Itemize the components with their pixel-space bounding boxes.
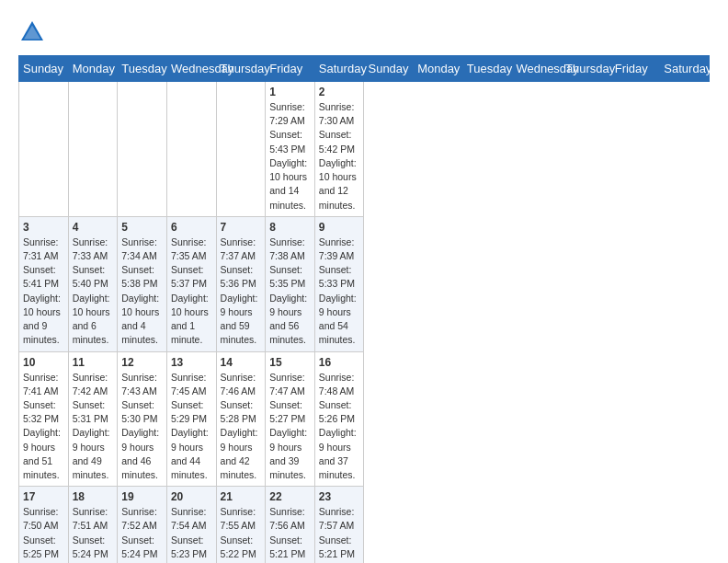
- col-header-thursday: Thursday: [216, 56, 266, 82]
- day-number: 9: [319, 221, 360, 234]
- day-number: 17: [23, 490, 64, 503]
- day-number: 3: [23, 221, 64, 234]
- day-info: Sunrise: 7:52 AMSunset: 5:24 PMDaylight:…: [121, 505, 163, 563]
- day-info: Sunrise: 7:38 AMSunset: 5:35 PMDaylight:…: [269, 236, 311, 348]
- calendar-table: SundayMondayTuesdayWednesdayThursdayFrid…: [18, 55, 710, 563]
- calendar-cell: 7Sunrise: 7:37 AMSunset: 5:36 PMDaylight…: [216, 216, 266, 351]
- day-number: 16: [319, 356, 360, 369]
- day-info: Sunrise: 7:42 AMSunset: 5:31 PMDaylight:…: [73, 371, 114, 483]
- calendar-cell: 5Sunrise: 7:34 AMSunset: 5:38 PMDaylight…: [118, 216, 167, 351]
- logo-icon: [18, 18, 46, 46]
- col-header-thursday: Thursday: [562, 56, 611, 82]
- day-info: Sunrise: 7:48 AMSunset: 5:26 PMDaylight:…: [319, 371, 360, 483]
- calendar-cell: 21Sunrise: 7:55 AMSunset: 5:22 PMDayligh…: [216, 487, 266, 563]
- calendar-cell: 9Sunrise: 7:39 AMSunset: 5:33 PMDaylight…: [314, 216, 364, 351]
- page-header: [18, 18, 710, 46]
- day-info: Sunrise: 7:29 AMSunset: 5:43 PMDaylight:…: [269, 100, 311, 213]
- day-number: 7: [221, 221, 262, 234]
- col-header-wednesday: Wednesday: [166, 56, 216, 82]
- calendar-week-4: 17Sunrise: 7:50 AMSunset: 5:25 PMDayligh…: [19, 487, 710, 563]
- col-header-sunday: Sunday: [364, 56, 414, 82]
- col-header-monday: Monday: [414, 56, 463, 82]
- day-info: Sunrise: 7:57 AMSunset: 5:21 PMDaylight:…: [319, 505, 360, 563]
- day-number: 14: [221, 356, 262, 369]
- day-info: Sunrise: 7:34 AMSunset: 5:38 PMDaylight:…: [121, 236, 163, 348]
- calendar-cell: 4Sunrise: 7:33 AMSunset: 5:40 PMDaylight…: [68, 216, 118, 351]
- day-number: 18: [73, 490, 114, 503]
- calendar-cell: 12Sunrise: 7:43 AMSunset: 5:30 PMDayligh…: [118, 351, 167, 487]
- calendar-cell: 1Sunrise: 7:29 AMSunset: 5:43 PMDaylight…: [266, 82, 315, 217]
- day-info: Sunrise: 7:37 AMSunset: 5:36 PMDaylight:…: [221, 236, 262, 348]
- col-header-tuesday: Tuesday: [118, 56, 167, 82]
- day-info: Sunrise: 7:39 AMSunset: 5:33 PMDaylight:…: [319, 236, 360, 348]
- calendar-cell: 14Sunrise: 7:46 AMSunset: 5:28 PMDayligh…: [216, 351, 266, 487]
- day-info: Sunrise: 7:45 AMSunset: 5:29 PMDaylight:…: [171, 371, 212, 483]
- calendar-cell: 6Sunrise: 7:35 AMSunset: 5:37 PMDaylight…: [166, 216, 216, 351]
- calendar-week-2: 3Sunrise: 7:31 AMSunset: 5:41 PMDaylight…: [19, 216, 710, 351]
- col-header-monday: Monday: [68, 56, 118, 82]
- day-info: Sunrise: 7:46 AMSunset: 5:28 PMDaylight:…: [221, 371, 262, 483]
- calendar-cell: 16Sunrise: 7:48 AMSunset: 5:26 PMDayligh…: [314, 351, 364, 487]
- calendar-cell: [118, 82, 167, 217]
- calendar-cell: [216, 82, 266, 217]
- day-info: Sunrise: 7:35 AMSunset: 5:37 PMDaylight:…: [171, 236, 212, 348]
- day-number: 19: [121, 490, 163, 503]
- calendar-header-row: SundayMondayTuesdayWednesdayThursdayFrid…: [19, 56, 710, 82]
- col-header-friday: Friday: [610, 56, 660, 82]
- col-header-friday: Friday: [266, 56, 315, 82]
- day-number: 22: [269, 490, 311, 503]
- logo: [18, 18, 50, 46]
- day-number: 2: [319, 86, 360, 98]
- day-info: Sunrise: 7:54 AMSunset: 5:23 PMDaylight:…: [171, 505, 212, 563]
- col-header-sunday: Sunday: [19, 56, 69, 82]
- day-info: Sunrise: 7:33 AMSunset: 5:40 PMDaylight:…: [73, 236, 114, 348]
- calendar-cell: 18Sunrise: 7:51 AMSunset: 5:24 PMDayligh…: [68, 487, 118, 563]
- day-number: 23: [319, 490, 360, 503]
- day-number: 12: [121, 356, 163, 369]
- calendar-cell: [19, 82, 69, 217]
- day-info: Sunrise: 7:47 AMSunset: 5:27 PMDaylight:…: [269, 371, 311, 483]
- day-number: 11: [73, 356, 114, 369]
- day-info: Sunrise: 7:31 AMSunset: 5:41 PMDaylight:…: [23, 236, 64, 348]
- day-number: 20: [171, 490, 212, 503]
- col-header-tuesday: Tuesday: [462, 56, 512, 82]
- calendar-week-1: 1Sunrise: 7:29 AMSunset: 5:43 PMDaylight…: [19, 82, 710, 217]
- day-number: 1: [269, 86, 311, 98]
- calendar-cell: 3Sunrise: 7:31 AMSunset: 5:41 PMDaylight…: [19, 216, 69, 351]
- calendar-cell: 22Sunrise: 7:56 AMSunset: 5:21 PMDayligh…: [266, 487, 315, 563]
- day-number: 21: [221, 490, 262, 503]
- day-number: 5: [121, 221, 163, 234]
- calendar-cell: 10Sunrise: 7:41 AMSunset: 5:32 PMDayligh…: [19, 351, 69, 487]
- calendar-cell: [166, 82, 216, 217]
- day-info: Sunrise: 7:55 AMSunset: 5:22 PMDaylight:…: [221, 505, 262, 563]
- day-info: Sunrise: 7:41 AMSunset: 5:32 PMDaylight:…: [23, 371, 64, 483]
- calendar-cell: 19Sunrise: 7:52 AMSunset: 5:24 PMDayligh…: [118, 487, 167, 563]
- calendar-cell: 13Sunrise: 7:45 AMSunset: 5:29 PMDayligh…: [166, 351, 216, 487]
- col-header-wednesday: Wednesday: [512, 56, 562, 82]
- day-info: Sunrise: 7:51 AMSunset: 5:24 PMDaylight:…: [73, 505, 114, 563]
- day-number: 10: [23, 356, 64, 369]
- day-info: Sunrise: 7:30 AMSunset: 5:42 PMDaylight:…: [319, 100, 360, 213]
- calendar-cell: 8Sunrise: 7:38 AMSunset: 5:35 PMDaylight…: [266, 216, 315, 351]
- calendar-cell: 17Sunrise: 7:50 AMSunset: 5:25 PMDayligh…: [19, 487, 69, 563]
- calendar-cell: 11Sunrise: 7:42 AMSunset: 5:31 PMDayligh…: [68, 351, 118, 487]
- day-info: Sunrise: 7:56 AMSunset: 5:21 PMDaylight:…: [269, 505, 311, 563]
- day-number: 6: [171, 221, 212, 234]
- calendar-cell: 2Sunrise: 7:30 AMSunset: 5:42 PMDaylight…: [314, 82, 364, 217]
- col-header-saturday: Saturday: [314, 56, 364, 82]
- day-info: Sunrise: 7:50 AMSunset: 5:25 PMDaylight:…: [23, 505, 64, 563]
- calendar-cell: [68, 82, 118, 217]
- day-info: Sunrise: 7:43 AMSunset: 5:30 PMDaylight:…: [121, 371, 163, 483]
- col-header-saturday: Saturday: [660, 56, 710, 82]
- calendar-week-3: 10Sunrise: 7:41 AMSunset: 5:32 PMDayligh…: [19, 351, 710, 487]
- day-number: 15: [269, 356, 311, 369]
- calendar-cell: 20Sunrise: 7:54 AMSunset: 5:23 PMDayligh…: [166, 487, 216, 563]
- calendar-cell: 23Sunrise: 7:57 AMSunset: 5:21 PMDayligh…: [314, 487, 364, 563]
- day-number: 4: [73, 221, 114, 234]
- day-number: 8: [269, 221, 311, 234]
- day-number: 13: [171, 356, 212, 369]
- calendar-cell: 15Sunrise: 7:47 AMSunset: 5:27 PMDayligh…: [266, 351, 315, 487]
